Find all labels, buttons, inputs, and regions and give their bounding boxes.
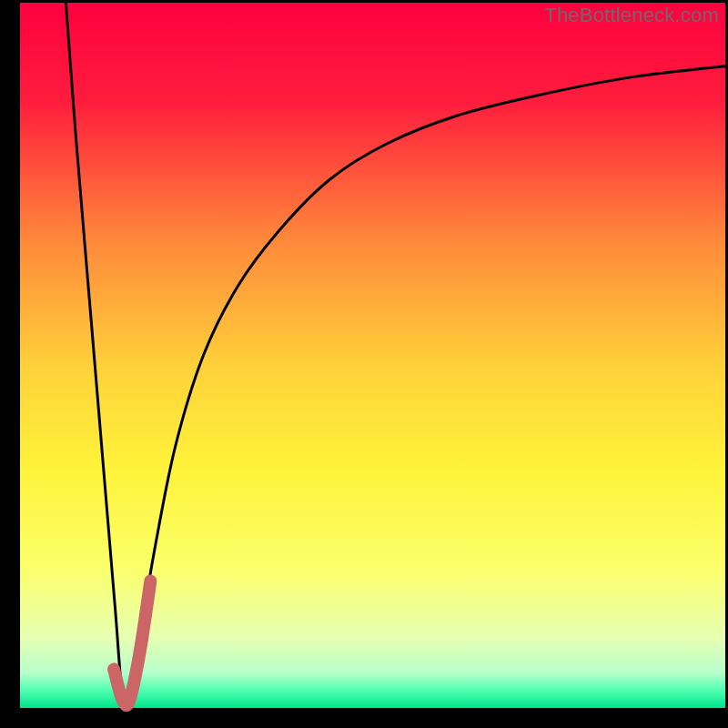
- plot-area: [20, 3, 725, 708]
- bottleneck-chart: [0, 0, 728, 728]
- watermark-label: TheBottleneck.com: [544, 4, 719, 27]
